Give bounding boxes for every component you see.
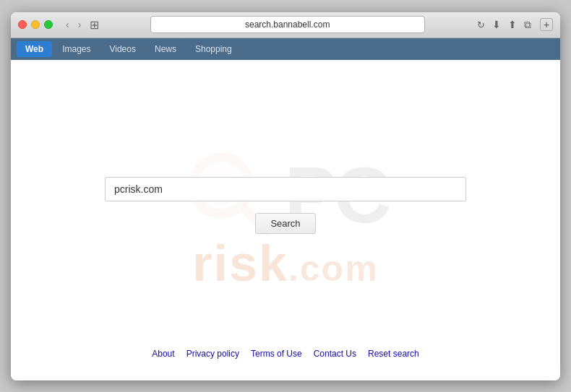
footer-link-privacy[interactable]: Privacy policy <box>186 349 239 359</box>
nav-tabs: Web Images Videos News Shopping <box>11 38 560 60</box>
search-button[interactable]: Search <box>255 213 315 234</box>
maximize-button[interactable] <box>44 20 53 29</box>
title-bar: ‹ › ⊞ ↻ ⬇ ⬆ ⧉ + <box>11 12 560 38</box>
nav-buttons: ‹ › <box>63 18 84 31</box>
address-bar[interactable] <box>150 16 425 33</box>
tabs-icon[interactable]: ⧉ <box>523 17 533 32</box>
share-icon[interactable]: ⬆ <box>507 17 518 32</box>
footer-link-reset[interactable]: Reset search <box>368 349 419 359</box>
tab-videos[interactable]: Videos <box>100 41 144 57</box>
footer-link-terms[interactable]: Terms of Use <box>251 349 302 359</box>
reload-button[interactable]: ↻ <box>476 18 486 32</box>
back-button[interactable]: ‹ <box>63 18 72 31</box>
tab-web[interactable]: Web <box>17 41 52 57</box>
footer-link-contact[interactable]: Contact Us <box>314 349 356 359</box>
search-input[interactable] <box>105 177 466 201</box>
download-icon[interactable]: ⬇ <box>491 17 502 32</box>
new-tab-button[interactable]: + <box>540 18 553 31</box>
footer-links: About Privacy policy Terms of Use Contac… <box>152 349 418 359</box>
tab-news[interactable]: News <box>146 41 185 57</box>
minimize-button[interactable] <box>31 20 40 29</box>
search-form: Search <box>105 177 466 234</box>
address-bar-container <box>103 16 471 33</box>
traffic-lights <box>18 20 53 29</box>
watermark-risk-text: risk <box>192 235 288 292</box>
watermark-com-text: .com <box>288 248 379 289</box>
title-bar-right: ⬇ ⬆ ⧉ + <box>491 17 553 32</box>
footer-link-about[interactable]: About <box>152 349 174 359</box>
browser-window: ‹ › ⊞ ↻ ⬇ ⬆ ⧉ + Web Images Videos News S… <box>11 12 560 380</box>
sidebar-button[interactable]: ⊞ <box>90 18 99 32</box>
forward-button[interactable]: › <box>75 18 85 31</box>
close-button[interactable] <box>18 20 27 29</box>
main-content: PC risk .com Search About Privacy policy… <box>11 60 560 380</box>
tab-images[interactable]: Images <box>53 41 99 57</box>
tab-shopping[interactable]: Shopping <box>186 41 241 57</box>
